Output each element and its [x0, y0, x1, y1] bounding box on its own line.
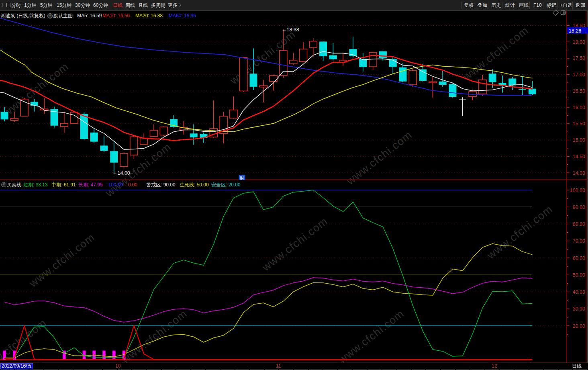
candle-body-down: [80, 114, 88, 139]
candle-body-up: [290, 60, 297, 64]
event-marker-text: 财: [240, 176, 244, 180]
price-axis-label: 18.00: [573, 39, 585, 45]
candle-body-up: [240, 57, 247, 91]
ma-label-4: MA60: 16.36: [169, 12, 196, 19]
candle-body-down: [250, 74, 257, 87]
candle-body-down: [439, 82, 447, 85]
candle-body-up: [230, 110, 237, 118]
indicator-axis-label: 30.00: [573, 306, 585, 312]
long-term-line: [4, 278, 532, 322]
candle-body-up: [130, 137, 138, 155]
candle-body-down: [419, 70, 427, 81]
indicator-axis-label: 50.00: [573, 272, 585, 278]
month-label-10: 10: [115, 364, 120, 369]
candle-body-down: [319, 41, 327, 56]
candle-body-down: [349, 49, 357, 56]
candle-body-up: [409, 71, 416, 85]
watermark: www.cfchi.com: [0, 60, 71, 119]
candle-body-down: [529, 89, 536, 94]
indicator-axis-label: 70.00: [573, 238, 585, 244]
ma-label-3: MA20: 16.88: [135, 12, 163, 19]
price-axis-label: 16.00: [573, 105, 585, 110]
price-annotation: ←14.00: [112, 170, 130, 176]
candle-body-down: [90, 133, 98, 142]
indicator-collapse-icon[interactable]: ˅: [1, 182, 6, 187]
candle-body-up: [160, 127, 167, 135]
candle-body-down: [449, 84, 457, 97]
panel-layout-icon-bar: [564, 12, 565, 14]
ma-label-2: MA10: 16.56: [102, 12, 130, 19]
candle-body-down: [508, 78, 516, 85]
watermark: www.cfchi.com: [484, 203, 555, 262]
app-window: 》 分时1分钟5分钟15分钟30分钟60分钟日线周线月线多周期更多 〉复权叠加历…: [0, 0, 588, 370]
overlay-label[interactable]: 默认主图: [53, 12, 73, 19]
month-label-11: 11: [276, 364, 281, 369]
candle-body-down: [329, 55, 337, 59]
price-axis-label: 15.50: [573, 121, 585, 127]
indicator-label-2: 短期: 33.13: [23, 182, 48, 188]
diamond-icon[interactable]: [553, 10, 559, 16]
short-term-line: [4, 190, 532, 358]
indicator-label-9: 安全区: 20.00: [211, 182, 241, 188]
candle-body-up: [479, 80, 486, 94]
ma-label-1: MA5: 16.59: [77, 12, 102, 19]
candle-body-up: [259, 86, 267, 87]
indicator-label-3: 中期: 61.91: [51, 182, 76, 188]
ma5-line: [0, 51, 532, 149]
candle-body-up: [309, 41, 317, 48]
candle-body-up: [150, 130, 158, 136]
indicator-axis-label: 20.00: [573, 323, 585, 329]
indicator-label-4: 长期: 47.95: [78, 182, 103, 188]
candle-body-down: [519, 89, 526, 90]
candle-body-down: [190, 133, 198, 137]
candle-body-up: [10, 119, 18, 121]
candle-body-down: [489, 74, 496, 82]
price-axis-label: 14.50: [573, 154, 585, 159]
watermark: www.cfchi.com: [27, 231, 97, 290]
candle-body-down: [1, 112, 8, 120]
price-annotation: ←18.38: [282, 27, 299, 33]
ma10-line: [0, 55, 532, 141]
price-axis-label: 17.50: [573, 55, 585, 61]
indicator-axis-label: 80.00: [573, 221, 585, 227]
watermark: www.cfchi.com: [0, 317, 49, 370]
indicator-axis-label: 100.00: [570, 188, 585, 193]
candle-body-up: [429, 82, 437, 83]
indicator-label-1: 买卖线: [7, 182, 21, 188]
candle-body-up: [270, 76, 277, 82]
status-bar: 2022/09/16/五 日线 101112: [0, 363, 588, 370]
candle-body-down: [110, 151, 118, 163]
indicator-label-6: : 0.00: [125, 182, 137, 188]
candle-body-up: [300, 49, 307, 61]
month-label-12: 12: [492, 364, 497, 369]
watermark: www.cfchi.com: [344, 129, 414, 187]
indicator-axis-label: 60.00: [573, 256, 585, 261]
price-axis-label: 15.00: [573, 137, 585, 143]
watermark: www.cfchi.com: [119, 307, 189, 366]
histogram-bar: [102, 351, 106, 360]
watermark: www.cfchi.com: [336, 307, 406, 366]
candle-body-down: [379, 51, 387, 58]
main-collapse-icon[interactable]: ˅: [47, 13, 53, 18]
candle-body-down: [100, 145, 108, 151]
candle-body-up: [70, 112, 78, 123]
period-label: 日线: [567, 364, 586, 369]
candle-body-up: [41, 109, 48, 110]
candle-body-up: [280, 50, 287, 76]
candle-body-up: [120, 153, 128, 167]
watermark: www.cfchi.com: [259, 215, 330, 274]
indicator-label-8: 生死线: 50.00: [180, 182, 209, 188]
candle-body-up: [60, 123, 68, 127]
indicator-label-5: : 100.00: [106, 182, 123, 188]
histogram-bar: [112, 351, 116, 360]
price-axis-label: 16.50: [573, 88, 585, 94]
candle-body-down: [399, 67, 407, 82]
price-axis-label: 14.00: [573, 170, 585, 176]
indicator-axis-label: 40.00: [573, 289, 585, 295]
date-label: 2022/09/16/五: [0, 363, 33, 369]
panel-layout-icon[interactable]: [561, 11, 566, 15]
symbol-title: 湘油泵 (日线,前复权): [1, 12, 45, 19]
last-price-badge-text: 18.26: [569, 28, 581, 34]
price-axis-label: 17.00: [573, 72, 585, 78]
indicator-axis-label: 90.00: [573, 204, 585, 210]
